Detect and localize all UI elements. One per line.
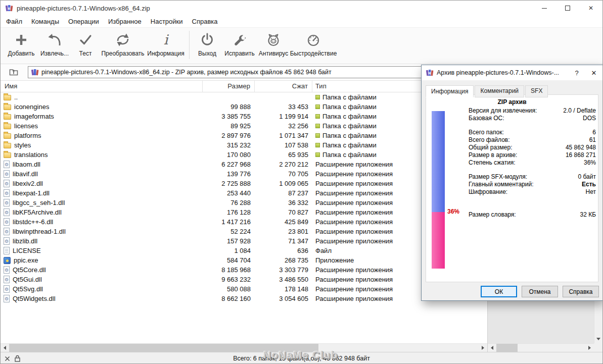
menu-item[interactable]: Команды [27, 16, 64, 27]
dialog-buttons: ОК Отмена Справка [481, 286, 599, 297]
ok-button[interactable]: ОК [481, 286, 517, 297]
toolbar-extract-button[interactable]: Извлечь... [38, 28, 71, 63]
info-label: Главный комментарий: [469, 181, 533, 188]
dialog-close-button[interactable]: ✕ [585, 65, 602, 80]
toolbar-antivirus-button[interactable]: Антивирус [258, 28, 289, 63]
up-one-level-button[interactable] [4, 66, 24, 79]
scroll-left-button[interactable] [1, 344, 9, 352]
info-label: Размер SFX-модуля: [469, 173, 527, 181]
info-value: 16 868 271 [566, 151, 596, 159]
info-row: Версия для извлечения: 2.0 / Deflate [469, 107, 596, 115]
file-icon [4, 133, 11, 139]
folder-type-icon [315, 143, 320, 147]
info-icon: i [158, 30, 173, 49]
file-row[interactable]: translations 170 080 65 935 Папка с файл… [1, 150, 487, 160]
file-packed: 65 935 [255, 151, 312, 159]
file-packed: 1 071 347 [255, 132, 312, 139]
info-row: Базовая ОС: DOS [469, 115, 596, 122]
file-row[interactable]: libaom.dll 6 227 968 2 270 212 Расширени… [1, 160, 487, 169]
winrar-app-icon: R [5, 4, 13, 12]
file-row[interactable]: libwinpthread-1.dll 52 224 23 801 Расшир… [1, 227, 487, 236]
info-label: Размер словаря: [469, 211, 516, 219]
file-packed: 178 148 [255, 285, 312, 293]
close-button[interactable]: ✕ [579, 1, 602, 16]
file-row[interactable]: styles 315 232 107 538 Папка с файлами [1, 140, 487, 150]
file-row[interactable]: platforms 2 897 976 1 071 347 Папка с фа… [1, 131, 487, 140]
toolbar-extract-label: Извлечь... [40, 50, 69, 57]
comment-horizontal-scrollbar[interactable] [488, 343, 594, 352]
file-name: ppic.exe [14, 256, 38, 264]
file-row[interactable]: licenses 89 925 32 256 Папка с файлами [1, 121, 487, 131]
file-row[interactable]: libexpat-1.dll 253 440 87 237 Расширение… [1, 188, 487, 198]
tab-information[interactable]: Информация [426, 85, 474, 97]
file-name: libwinpthread-1.dll [13, 228, 66, 235]
folder-type-icon [315, 105, 320, 109]
file-row[interactable]: ppic.exe 584 704 268 735 Приложение [1, 255, 487, 265]
cancel-button[interactable]: Отмена [522, 286, 558, 297]
info-label: Всего файлов: [469, 136, 510, 144]
file-packed: 107 538 [255, 141, 312, 149]
tab-comment[interactable]: Комментарий [475, 85, 524, 97]
dialog-help-button[interactable]: ? [568, 65, 585, 80]
file-icon [4, 180, 10, 187]
file-packed: 71 347 [255, 237, 312, 245]
file-icon [4, 247, 10, 254]
comment-scroll-right-button[interactable] [585, 344, 594, 352]
toolbar-add-button[interactable]: Добавить [5, 28, 38, 63]
comment-scrollbar-thumb[interactable] [496, 344, 518, 352]
file-type: Расширение приложения [315, 170, 393, 178]
file-row[interactable]: iconengines 99 888 33 453 Папка с файлам… [1, 102, 487, 112]
archive-path-combobox[interactable]: pineapple-pictures-0.7.1-Windows-x86_64.… [28, 66, 483, 78]
file-name: Qt5Widgets.dll [13, 295, 56, 302]
tab-sfx[interactable]: SFX [525, 85, 548, 97]
file-row[interactable]: libgcc_s_seh-1.dll 76 288 36 332 Расшире… [1, 198, 487, 207]
file-name: Qt5Svg.dll [13, 285, 43, 293]
scrollbar-thumb[interactable] [9, 344, 318, 352]
help-button[interactable]: Справка [563, 286, 599, 297]
menu-item[interactable]: Операции [64, 16, 104, 27]
file-packed: 1 009 065 [255, 180, 312, 187]
toolbar-convert-button[interactable]: Преобразовать [100, 28, 146, 63]
file-icon [4, 266, 10, 274]
file-row[interactable]: libKF5Archive.dll 176 128 70 827 Расшире… [1, 207, 487, 217]
exit-icon [200, 30, 215, 49]
menu-item[interactable]: Файл [2, 16, 27, 27]
menu-item[interactable]: Справка [188, 16, 222, 27]
column-header-packed[interactable]: Сжат [255, 81, 312, 92]
comment-scroll-left-button[interactable] [488, 344, 496, 352]
file-name: libzlib.dll [13, 237, 37, 245]
file-row[interactable]: libstdc++-6.dll 1 417 216 425 849 Расшир… [1, 217, 487, 227]
toolbar-exit-button[interactable]: Выход [193, 28, 221, 63]
file-row[interactable]: libavif.dll 139 776 70 705 Расширение пр… [1, 169, 487, 179]
file-size: 315 232 [203, 141, 255, 149]
file-row[interactable]: Qt5Svg.dll 580 088 178 148 Расширение пр… [1, 284, 487, 294]
maximize-button[interactable] [556, 1, 579, 16]
file-row[interactable]: libzlib.dll 157 928 71 347 Расширение пр… [1, 236, 487, 246]
toolbar-benchmark-button[interactable]: Быстродействие [289, 28, 338, 63]
comment-scroll-down-button[interactable] [594, 335, 602, 343]
toolbar-info-button[interactable]: i Информация [146, 28, 185, 63]
menu-item[interactable]: Избранное [104, 16, 146, 27]
file-type: Папка с файлами [322, 93, 377, 101]
file-row[interactable]: libexiv2.dll 2 725 888 1 009 065 Расшире… [1, 179, 487, 188]
menu-item[interactable]: Настройки [146, 16, 188, 27]
column-header-size[interactable]: Размер [203, 81, 255, 92]
scroll-right-button[interactable] [479, 344, 487, 352]
file-row[interactable]: LICENSE 1 084 636 Файл [1, 246, 487, 255]
file-row[interactable]: .. Папка с файлами [1, 92, 487, 102]
toolbar-separator [189, 31, 190, 59]
file-row[interactable]: Qt5Core.dll 8 185 968 3 303 779 Расширен… [1, 265, 487, 275]
file-row[interactable]: imageformats 3 385 755 1 199 914 Папка с… [1, 112, 487, 121]
column-header-name[interactable]: Имя [1, 81, 203, 92]
toolbar-test-button[interactable]: Тест [71, 28, 100, 63]
file-type: Расширение приложения [315, 228, 393, 235]
info-label: Общий размер: [469, 144, 512, 151]
file-row[interactable]: Qt5Gui.dll 9 663 232 3 486 550 Расширени… [1, 275, 487, 284]
toolbar-repair-button[interactable]: Исправить [221, 28, 258, 63]
minimize-button[interactable] [533, 1, 556, 16]
file-icon [4, 124, 11, 129]
info-value: 36% [584, 159, 596, 167]
file-icon [4, 285, 10, 293]
file-row[interactable]: Qt5Widgets.dll 8 662 160 3 054 605 Расши… [1, 294, 487, 303]
list-horizontal-scrollbar[interactable] [1, 343, 487, 352]
